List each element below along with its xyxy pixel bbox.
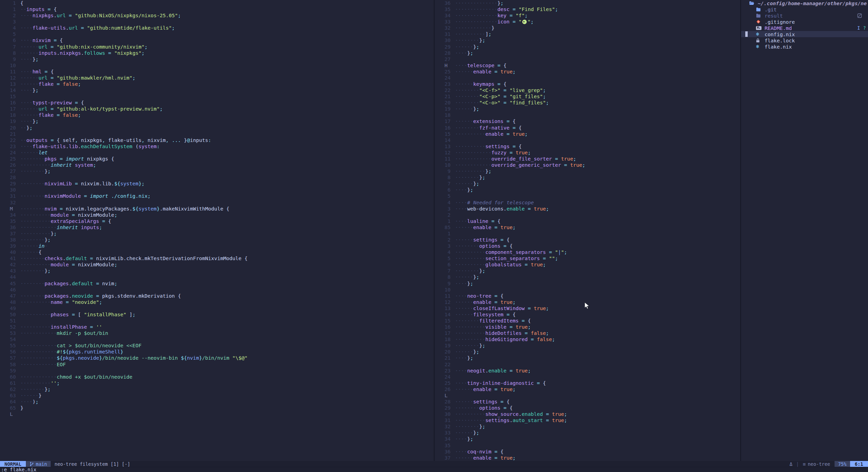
code-line[interactable]: 26··········inherit system; — [0, 162, 434, 168]
code-line[interactable]: 30········}; — [435, 37, 740, 43]
code-line[interactable]: 10 — [0, 62, 434, 69]
code-line[interactable]: 2 — [435, 212, 740, 218]
code-line[interactable]: 54 — [0, 336, 434, 342]
code-line[interactable]: 40······{ — [0, 249, 434, 255]
command-line[interactable]: :e flake.nix — [0, 467, 868, 472]
code-line[interactable]: 11············override_file_sorter = tru… — [435, 156, 740, 162]
code-line[interactable]: 28 — [0, 174, 434, 181]
code-line[interactable]: 19····}; — [0, 118, 434, 124]
neotree-root[interactable]: ~/.config/home-manager/other/pkgs/ne — [741, 0, 868, 6]
code-line[interactable]: 11····hml = { — [0, 69, 434, 75]
code-line[interactable]: 1{ — [0, 0, 434, 6]
code-line[interactable]: 21 — [0, 131, 434, 137]
code-line[interactable]: 36····coq-nvim = { — [435, 449, 740, 455]
code-line[interactable]: 3 — [0, 19, 434, 25]
code-line[interactable]: M ········nvim = nixvim.legacyPackages.$… — [0, 206, 434, 212]
neotree-item-flake-lock[interactable]: flake.lock — [741, 37, 868, 43]
code-line[interactable]: 61··········''; — [0, 380, 434, 386]
code-line[interactable]: 5 — [435, 193, 740, 199]
code-line[interactable]: 21········"<C-p>" = "git_files"; — [435, 93, 740, 100]
code-line[interactable]: 14 — [435, 137, 740, 143]
code-line[interactable]: 31········nixvimModule = import ./config… — [0, 193, 434, 199]
code-line[interactable]: 8······inputs.nixpkgs.follows = "nixpkgs… — [0, 50, 434, 56]
code-line[interactable]: 3····web-devicons.enable = true; — [435, 206, 740, 212]
code-line[interactable]: 8········}; — [435, 174, 740, 181]
code-line[interactable]: 24 — [435, 75, 740, 81]
code-line[interactable]: 2······settings = { — [435, 237, 740, 243]
code-line[interactable]: 7········}; — [435, 268, 740, 274]
code-line[interactable]: 13··········settings = { — [435, 143, 740, 150]
code-line[interactable]: 37······enable = true; — [435, 455, 740, 461]
code-line[interactable]: 52··········installPhase = '' — [0, 324, 434, 330]
code-line[interactable]: 53············mkdir -p $out/bin — [0, 330, 434, 336]
code-line[interactable]: 39······in· — [0, 243, 434, 249]
code-line[interactable]: 34····}; — [435, 436, 740, 442]
neotree-item-flake-nix[interactable]: ❄flake.nix — [741, 44, 868, 50]
editor-pane-config-nix[interactable]: 36··············};35··············desc =… — [435, 0, 740, 461]
code-line[interactable]: 33······}; — [435, 430, 740, 436]
code-line[interactable]: 24 — [435, 374, 740, 380]
code-line[interactable]: 32 — [0, 199, 434, 206]
code-line[interactable]: 24······let — [0, 150, 434, 156]
code-line[interactable]: 60············chmod +x $out/bin/neovide — [0, 374, 434, 380]
code-line[interactable]: 59 — [0, 368, 434, 374]
code-line[interactable]: 30 — [0, 187, 434, 193]
neotree-item--gitignore[interactable]: .gitignore — [741, 19, 868, 25]
code-line[interactable]: 16········fzf-native = { — [435, 125, 740, 131]
code-line[interactable]: 28······settings = { — [435, 399, 740, 405]
code-line[interactable]: 5··········section_separators = ""; — [435, 255, 740, 261]
code-line[interactable]: 18··········hideGitignored = false; — [435, 336, 740, 342]
code-line[interactable]: 51 — [0, 318, 434, 324]
code-line[interactable]: 47········packages.neovide = pkgs.stdenv… — [0, 293, 434, 299]
code-line[interactable]: 55············cat > $out/bin/neovide <<E… — [0, 342, 434, 349]
code-line[interactable]: 34··········module = nixvimModule; — [0, 212, 434, 218]
code-line[interactable]: 22··outputs = { self, nixpkgs, flake-uti… — [0, 137, 434, 143]
code-line[interactable]: 41········checks.default = nixvimLib.che… — [0, 255, 434, 261]
code-line[interactable]: 14····}; — [0, 87, 434, 93]
neotree-item-result[interactable]: result — [741, 12, 868, 19]
code-line[interactable]: 7······}; — [435, 181, 740, 187]
code-line[interactable]: 16····typst-preview = { — [0, 100, 434, 106]
neotree-item--git[interactable]: .git — [741, 6, 868, 12]
code-line[interactable]: 26······enable = true; — [435, 386, 740, 392]
code-line[interactable]: 18······flake = false; — [0, 112, 434, 118]
code-line[interactable]: 4····# Needed for telescope — [435, 199, 740, 206]
code-line[interactable]: 62········}; — [0, 386, 434, 392]
code-line[interactable]: 63······} — [0, 392, 434, 399]
code-line[interactable]: 9····}; — [435, 280, 740, 287]
code-line[interactable]: 19········}; — [435, 342, 740, 349]
code-line[interactable]: 27 — [435, 56, 740, 62]
code-line[interactable]: 6····}; — [435, 187, 740, 193]
code-line[interactable]: 10 — [435, 287, 740, 293]
code-line[interactable]: 19······}; — [435, 106, 740, 112]
code-line[interactable]: 85······enable = true; — [435, 224, 740, 230]
neotree-item-config-nix[interactable]: ❄config.nix — [741, 31, 868, 37]
code-line[interactable]: 29········nixvimLib = nixvim.lib.${syste… — [0, 181, 434, 187]
code-line[interactable]: 4····flake-utils.url = "github:numtide/f… — [0, 25, 434, 31]
code-line[interactable]: 64····); — [0, 399, 434, 405]
code-line[interactable]: 1 — [435, 230, 740, 237]
code-line[interactable]: 21····}; — [435, 355, 740, 361]
code-line[interactable]: 4··········component_separators = "|"; — [435, 249, 740, 255]
code-line[interactable]: L — [0, 411, 434, 417]
code-line[interactable]: 23····neogit.enable = true; — [435, 368, 740, 374]
code-line[interactable]: 23······keymaps = { — [435, 81, 740, 87]
code-line[interactable]: 35··········extraSpecialArgs = { — [0, 218, 434, 224]
code-line[interactable]: 16··········visible = true; — [435, 324, 740, 330]
code-line[interactable]: 6····nixvim = { — [0, 37, 434, 43]
code-line[interactable]: 22 — [435, 361, 740, 368]
code-line[interactable]: 9····}; — [0, 56, 434, 62]
code-line[interactable]: H ····telescope = { — [435, 62, 740, 69]
code-line[interactable]: 50··········phases = [ "installPhase" ]; — [0, 311, 434, 318]
code-line[interactable]: 15··········enable = true; — [435, 131, 740, 137]
code-line[interactable]: 1··inputs = { — [0, 6, 434, 12]
code-line[interactable]: 12············fuzzy = true; — [435, 150, 740, 156]
code-line[interactable]: 29······}; — [435, 44, 740, 50]
code-line[interactable]: 43········}; — [0, 268, 434, 274]
code-line[interactable]: 31··········]; — [435, 31, 740, 37]
code-line[interactable]: 9··········}; — [435, 168, 740, 174]
code-line[interactable]: 35··············desc = "Find Files"; — [435, 6, 740, 12]
code-line[interactable]: 45········packages.default = nvim; — [0, 280, 434, 287]
code-line[interactable]: 18 — [435, 112, 740, 118]
code-line[interactable]: 23····flake-utils.lib.eachDefaultSystem … — [0, 143, 434, 150]
